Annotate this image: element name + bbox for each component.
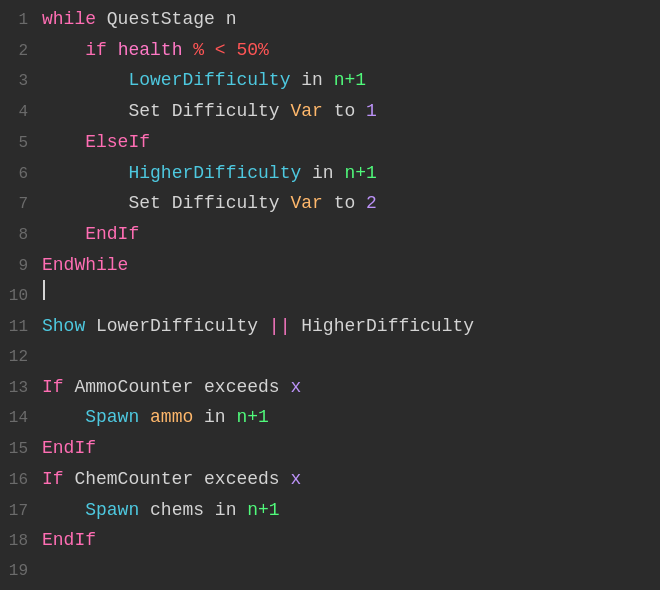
- line-number: 15: [0, 434, 42, 464]
- token: x: [290, 372, 301, 402]
- token: EndIf: [42, 433, 96, 463]
- line-content: EndIf: [42, 433, 660, 463]
- line-content: HigherDifficulty in n+1: [42, 158, 660, 188]
- line-number: 8: [0, 220, 42, 250]
- token: Show: [42, 311, 96, 341]
- line-2: 2 if health % < 50%: [0, 35, 660, 66]
- text-cursor: [43, 280, 45, 300]
- token: [42, 158, 128, 188]
- line-number: 2: [0, 36, 42, 66]
- line-14: 14 Spawn ammo in n+1: [0, 402, 660, 433]
- token: to: [334, 96, 366, 126]
- line-content: EndIf: [42, 525, 660, 555]
- token: health: [118, 35, 194, 65]
- line-7: 7 Set Difficulty Var to 2: [0, 188, 660, 219]
- token: in: [215, 495, 247, 525]
- line-13: 13If AmmoCounter exceeds x: [0, 372, 660, 403]
- token: EndIf: [42, 219, 139, 249]
- line-1: 1while QuestStage n: [0, 4, 660, 35]
- line-content: ElseIf: [42, 127, 660, 157]
- line-content: Spawn chems in n+1: [42, 495, 660, 525]
- line-number: 13: [0, 373, 42, 403]
- line-number: 10: [0, 281, 42, 311]
- line-number: 6: [0, 159, 42, 189]
- token: If: [42, 372, 74, 402]
- line-number: 16: [0, 465, 42, 495]
- token: in: [290, 65, 333, 95]
- token: n+1: [236, 402, 268, 432]
- token: AmmoCounter: [74, 372, 204, 402]
- line-content: EndIf: [42, 219, 660, 249]
- line-number: 5: [0, 128, 42, 158]
- line-17: 17 Spawn chems in n+1: [0, 495, 660, 526]
- line-number: 11: [0, 312, 42, 342]
- token: while: [42, 4, 107, 34]
- token: Var: [290, 96, 333, 126]
- token: LowerDifficulty: [128, 65, 290, 95]
- line-4: 4 Set Difficulty Var to 1: [0, 96, 660, 127]
- token: if: [42, 35, 118, 65]
- token: x: [290, 464, 301, 494]
- token: Set: [128, 96, 171, 126]
- token: [42, 96, 128, 126]
- line-number: 19: [0, 556, 42, 586]
- line-number: 14: [0, 403, 42, 433]
- token: EndWhile: [42, 250, 128, 280]
- line-9: 9EndWhile: [0, 250, 660, 281]
- line-number: 17: [0, 496, 42, 526]
- line-content: Show LowerDifficulty || HigherDifficulty: [42, 311, 660, 341]
- token: n+1: [247, 495, 279, 525]
- token: LowerDifficulty: [96, 311, 269, 341]
- token: 2: [366, 188, 377, 218]
- line-5: 5 ElseIf: [0, 127, 660, 158]
- token: HigherDifficulty: [128, 158, 301, 188]
- line-content: EndWhile: [42, 250, 660, 280]
- line-number: 12: [0, 342, 42, 372]
- token: 1: [366, 96, 377, 126]
- token: Spawn: [85, 402, 150, 432]
- line-content: Set Difficulty Var to 1: [42, 96, 660, 126]
- token: EndIf: [42, 525, 96, 555]
- line-8: 8 EndIf: [0, 219, 660, 250]
- token: n+1: [334, 65, 366, 95]
- line-12: 12: [0, 342, 660, 372]
- line-19: 19: [0, 556, 660, 586]
- line-18: 18EndIf: [0, 525, 660, 556]
- line-16: 16If ChemCounter exceeds x: [0, 464, 660, 495]
- token: [42, 495, 85, 525]
- token: Difficulty: [172, 188, 291, 218]
- token: Set: [128, 188, 171, 218]
- token: ElseIf: [42, 127, 150, 157]
- line-number: 4: [0, 97, 42, 127]
- token: Spawn: [85, 495, 150, 525]
- token: chems: [150, 495, 215, 525]
- line-number: 9: [0, 251, 42, 281]
- token: If: [42, 464, 74, 494]
- token: to: [334, 188, 366, 218]
- token: ChemCounter: [74, 464, 204, 494]
- token: exceeds: [204, 464, 290, 494]
- token: [42, 188, 128, 218]
- token: ||: [269, 311, 301, 341]
- code-editor[interactable]: 1while QuestStage n2 if health % < 50%3 …: [0, 0, 660, 590]
- line-6: 6 HigherDifficulty in n+1: [0, 158, 660, 189]
- line-content: Spawn ammo in n+1: [42, 402, 660, 432]
- line-3: 3 LowerDifficulty in n+1: [0, 65, 660, 96]
- line-number: 1: [0, 5, 42, 35]
- token: Difficulty: [172, 96, 291, 126]
- token: ammo: [150, 402, 193, 432]
- line-content: Set Difficulty Var to 2: [42, 188, 660, 218]
- token: HigherDifficulty: [301, 311, 474, 341]
- token: QuestStage n: [107, 4, 237, 34]
- token: [42, 402, 85, 432]
- line-15: 15EndIf: [0, 433, 660, 464]
- line-number: 18: [0, 526, 42, 556]
- token: [42, 65, 128, 95]
- token: Var: [290, 188, 333, 218]
- token: in: [193, 402, 236, 432]
- line-content: LowerDifficulty in n+1: [42, 65, 660, 95]
- token: exceeds: [204, 372, 290, 402]
- line-content: [42, 280, 660, 300]
- line-number: 7: [0, 189, 42, 219]
- line-11: 11Show LowerDifficulty || HigherDifficul…: [0, 311, 660, 342]
